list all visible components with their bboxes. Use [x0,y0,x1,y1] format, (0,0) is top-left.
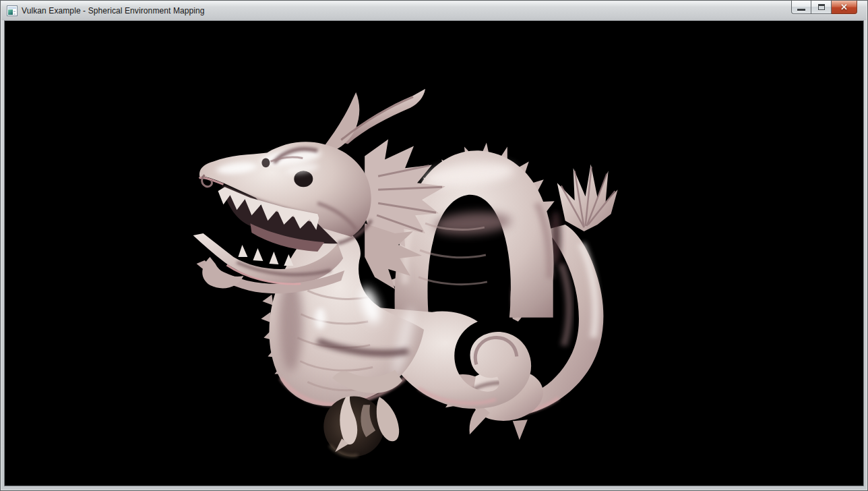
maximize-icon [818,4,825,10]
dragon-model [193,89,618,457]
minimize-button[interactable] [791,1,811,14]
render-viewport[interactable] [4,20,864,486]
dragon-render [5,21,863,486]
close-icon: ✕ [840,3,848,11]
application-window-icon[interactable] [7,5,18,16]
window-controls: ✕ [791,1,857,14]
minimize-icon [797,9,805,11]
app-window: Vulkan Example - Spherical Environment M… [0,0,868,491]
titlebar[interactable]: Vulkan Example - Spherical Environment M… [1,1,867,20]
window-title: Vulkan Example - Spherical Environment M… [22,6,205,16]
far-eye [261,158,270,167]
maximize-button[interactable] [811,1,832,14]
close-button[interactable]: ✕ [832,1,857,14]
lower-teeth [238,245,293,266]
horns [324,89,425,151]
tail-tuft [557,164,618,231]
